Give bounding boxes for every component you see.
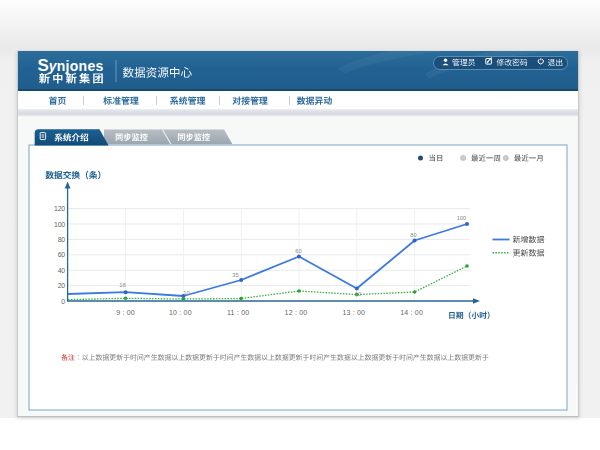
- svg-text:80: 80: [410, 232, 416, 238]
- svg-text:18: 18: [119, 282, 125, 288]
- svg-text:40: 40: [58, 267, 66, 274]
- svg-text:10: 10: [355, 291, 361, 297]
- svg-text:14 : 00: 14 : 00: [400, 309, 423, 316]
- svg-text:10: 10: [183, 290, 189, 296]
- svg-text:60: 60: [58, 251, 66, 258]
- svg-text:0: 0: [61, 298, 65, 305]
- svg-text:120: 120: [54, 205, 65, 212]
- svg-text:60: 60: [295, 248, 301, 254]
- svg-text:100: 100: [54, 221, 65, 228]
- svg-text:35: 35: [232, 272, 238, 278]
- svg-text:100: 100: [457, 215, 467, 221]
- svg-text:11 : 00: 11 : 00: [227, 309, 249, 316]
- svg-text:80: 80: [58, 236, 66, 243]
- svg-text:9 : 00: 9 : 00: [116, 309, 135, 316]
- svg-text:13 : 00: 13 : 00: [342, 309, 365, 316]
- svg-text:20: 20: [58, 282, 66, 289]
- svg-text:Synjones: Synjones: [38, 56, 104, 75]
- svg-text:10 : 00: 10 : 00: [169, 309, 192, 316]
- svg-text:12 : 00: 12 : 00: [285, 309, 308, 316]
